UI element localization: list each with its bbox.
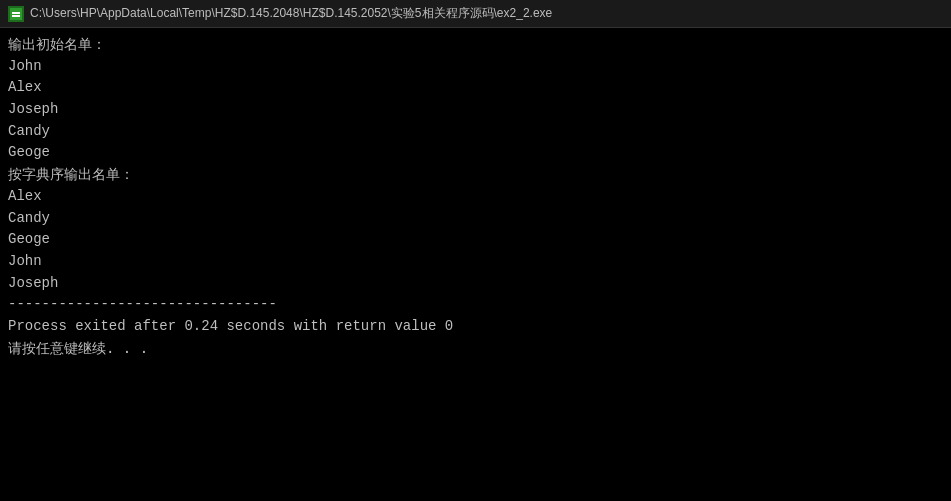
console-line: Candy (8, 121, 943, 143)
svg-rect-3 (12, 15, 20, 17)
console-line: Process exited after 0.24 seconds with r… (8, 316, 943, 338)
console-line: Alex (8, 77, 943, 99)
console-line: 按字典序输出名单： (8, 164, 943, 186)
svg-rect-2 (12, 12, 20, 14)
console-line: Geoge (8, 142, 943, 164)
console-line: Joseph (8, 99, 943, 121)
console-line: 输出初始名单： (8, 34, 943, 56)
console-line: John (8, 56, 943, 78)
title-bar-icon (8, 6, 24, 22)
console-line: Alex (8, 186, 943, 208)
title-bar: C:\Users\HP\AppData\Local\Temp\HZ$D.145.… (0, 0, 951, 28)
console-line: 请按任意键继续. . . (8, 338, 943, 360)
title-bar-text: C:\Users\HP\AppData\Local\Temp\HZ$D.145.… (30, 5, 552, 22)
console-line: John (8, 251, 943, 273)
console-line: -------------------------------- (8, 294, 943, 316)
console-area: 输出初始名单：JohnAlexJosephCandyGeoge按字典序输出名单：… (0, 28, 951, 501)
console-line: Geoge (8, 229, 943, 251)
console-line: Candy (8, 208, 943, 230)
console-line: Joseph (8, 273, 943, 295)
